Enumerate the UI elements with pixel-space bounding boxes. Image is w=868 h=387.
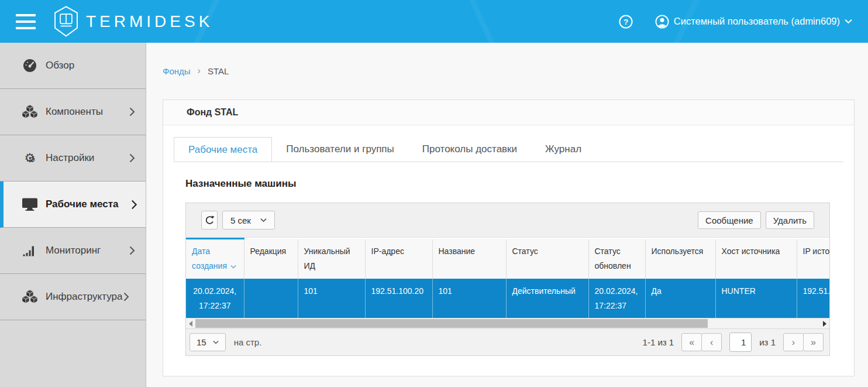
message-button[interactable]: Сообщение — [698, 211, 761, 229]
cell-status: Действительный — [506, 279, 588, 318]
sidebar-item-label: Настройки — [46, 152, 94, 164]
cell-revision — [244, 279, 298, 318]
sidebar: Обзор Компоненты ⚙⚙ Настройки Рабочие ме… — [0, 43, 146, 387]
delete-button[interactable]: Удалить — [766, 211, 814, 229]
machines-grid: 5 сек Сообщение Удалить — [185, 203, 830, 356]
sidebar-item-label: Инфраструктура — [46, 291, 122, 303]
last-page-button[interactable]: » — [803, 333, 824, 351]
refresh-interval-select[interactable]: 5 сек — [222, 211, 275, 230]
sidebar-item-label: Мониторинг — [46, 245, 101, 256]
cell-name: 101 — [432, 279, 506, 318]
sidebar-item-components[interactable]: Компоненты — [0, 89, 146, 135]
chevron-down-icon — [260, 218, 267, 222]
column-header-name[interactable]: Название — [432, 239, 506, 279]
cell-status-updated: 20.02.2024, 17:22:37 — [588, 279, 645, 318]
column-header-status[interactable]: Статус — [506, 239, 588, 279]
brand-name: TERMIDESK — [86, 12, 213, 31]
user-label: Системный пользователь (admin609) — [674, 16, 840, 27]
chevron-right-icon — [123, 292, 129, 302]
sort-desc-icon — [230, 265, 236, 269]
monitor-icon — [21, 196, 39, 213]
chevron-right-icon — [129, 107, 135, 117]
tab-delivery-protocols[interactable]: Протоколы доставки — [408, 137, 531, 162]
scroll-right-arrow-icon[interactable] — [823, 321, 826, 327]
sidebar-item-label: Компоненты — [46, 106, 103, 118]
next-page-button[interactable]: › — [783, 333, 804, 351]
scroll-left-arrow-icon[interactable] — [189, 321, 192, 327]
cell-unique-id: 101 — [298, 279, 365, 318]
scrollbar-thumb[interactable] — [195, 319, 708, 328]
breadcrumb-current: STAL — [208, 66, 229, 76]
range-label: 1-1 из 1 — [643, 337, 674, 347]
grid-toolbar: 5 сек Сообщение Удалить — [186, 203, 829, 238]
help-button[interactable] — [619, 15, 633, 29]
tab-workplaces[interactable]: Рабочие места — [174, 137, 272, 162]
user-avatar-icon — [655, 15, 669, 29]
horizontal-scrollbar[interactable] — [186, 318, 829, 328]
table-scroll-area: Дата создания Редакция Уникальный ИД IP-… — [186, 238, 829, 318]
refresh-button[interactable] — [201, 211, 218, 230]
column-header-source-ip[interactable]: IP источника — [797, 239, 829, 279]
column-header-in-use[interactable]: Используется — [645, 239, 715, 279]
gauge-icon — [21, 57, 39, 74]
brand-logo[interactable]: TERMIDESK — [52, 6, 213, 37]
grid-footer: 15 на стр. 1-1 из 1 « ‹ из 1 — [186, 328, 829, 355]
sidebar-item-infrastructure[interactable]: Инфраструктура — [0, 274, 146, 320]
chevron-down-icon — [845, 19, 852, 24]
menu-button[interactable] — [16, 14, 36, 29]
page-size-select[interactable]: 15 — [190, 333, 226, 351]
sidebar-item-label: Обзор — [46, 60, 74, 71]
cubes-icon — [21, 289, 39, 305]
refresh-interval-value: 5 сек — [230, 215, 251, 225]
column-header-revision[interactable]: Редакция — [244, 239, 298, 279]
cell-source-host: HUNTER — [715, 279, 797, 318]
chevron-right-icon — [131, 200, 137, 210]
sidebar-item-monitoring[interactable]: Мониторинг — [0, 228, 146, 274]
per-page-label: на стр. — [234, 337, 262, 347]
sidebar-item-overview[interactable]: Обзор — [0, 43, 146, 89]
sidebar-item-label: Рабочие места — [46, 198, 119, 210]
section-title: Назначенные машины — [185, 178, 830, 190]
chevron-down-icon — [213, 340, 219, 344]
breadcrumb-separator: › — [198, 66, 201, 76]
prev-page-button[interactable]: ‹ — [701, 333, 722, 351]
gears-icon: ⚙⚙ — [21, 150, 39, 166]
cell-source-ip: 192.51.100.20 — [797, 279, 829, 318]
main-content: Фонды › STAL Фонд STAL Рабочие места Пол… — [147, 43, 868, 387]
column-header-status-updated[interactable]: Статус обновлен — [588, 239, 645, 279]
tab-bar: Рабочие места Пользователи и группы Прот… — [174, 137, 843, 162]
cell-ip: 192.51.100.20 — [365, 279, 432, 318]
sidebar-item-workplaces[interactable]: Рабочие места — [0, 181, 146, 228]
column-header-created[interactable]: Дата создания — [186, 239, 244, 279]
page-size-value: 15 — [197, 337, 206, 347]
column-header-unique-id[interactable]: Уникальный ИД — [298, 239, 365, 279]
breadcrumb: Фонды › STAL — [147, 43, 868, 76]
chevron-right-icon — [129, 153, 135, 163]
page-number-input[interactable] — [729, 333, 752, 352]
column-header-ip[interactable]: IP-адрес — [365, 239, 432, 279]
tab-users-groups[interactable]: Пользователи и группы — [272, 137, 408, 162]
of-pages-label: из 1 — [759, 337, 776, 347]
tab-journal[interactable]: Журнал — [531, 137, 595, 162]
chevron-right-icon — [129, 246, 135, 255]
breadcrumb-link-pools[interactable]: Фонды — [163, 66, 191, 76]
table-header-row: Дата создания Редакция Уникальный ИД IP-… — [186, 239, 829, 279]
column-header-source-host[interactable]: Хост источника — [715, 239, 797, 279]
first-page-button[interactable]: « — [681, 333, 702, 351]
card-header: Фонд STAL — [163, 100, 854, 125]
hexagon-logo-icon — [52, 6, 80, 37]
cubes-icon — [21, 104, 39, 120]
user-menu[interactable]: Системный пользователь (admin609) — [655, 15, 852, 29]
pool-card: Фонд STAL Рабочие места Пользователи и г… — [163, 100, 855, 376]
topbar: TERMIDESK Системный пользователь (admin6… — [0, 0, 868, 43]
table-row-selected[interactable]: 20.02.2024, 17:22:37 101 192.51.100.20 1… — [186, 279, 829, 318]
cell-in-use: Да — [645, 279, 715, 318]
refresh-icon — [205, 215, 215, 225]
cell-created: 20.02.2024, 17:22:37 — [186, 279, 244, 318]
sidebar-item-settings[interactable]: ⚙⚙ Настройки — [0, 135, 146, 181]
bar-chart-icon — [21, 242, 39, 259]
card-title: Фонд STAL — [187, 107, 238, 118]
